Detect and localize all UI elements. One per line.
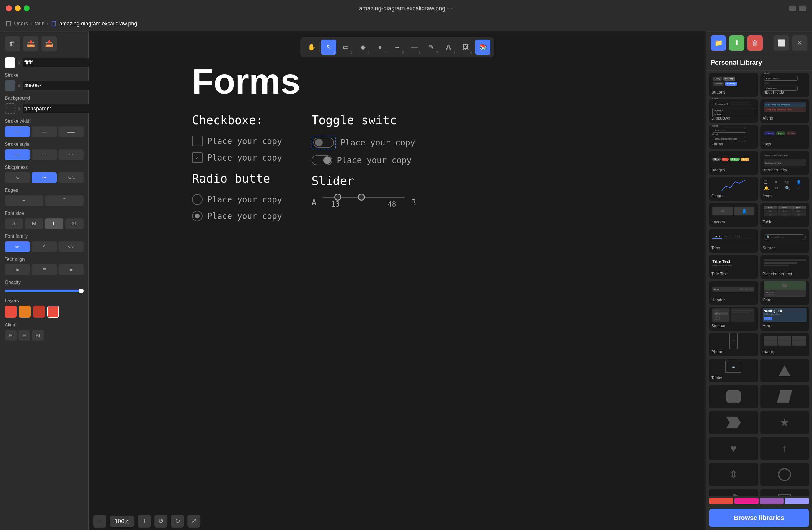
font-code[interactable]: </> [58, 241, 84, 252]
library-item-star[interactable]: ★ [760, 411, 809, 435]
color-swatch-pink[interactable] [734, 498, 758, 504]
toggle-switch-1[interactable] [313, 137, 334, 148]
window-layout-btn2[interactable] [799, 5, 806, 11]
sloppiness-straight[interactable]: ∿ [5, 172, 30, 183]
clear-canvas-button[interactable]: 🗑 [5, 36, 20, 51]
layer-btn-1[interactable] [5, 306, 16, 318]
tool-library[interactable]: 📚 0 [475, 40, 491, 55]
tool-line[interactable]: — 6 [407, 40, 422, 55]
library-close-button[interactable]: ✕ [792, 35, 807, 51]
checkbox-unchecked[interactable] [192, 136, 203, 146]
library-item-tags[interactable]: Label × Tag × Item × Tags [760, 125, 809, 149]
stroke-style-dotted[interactable]: ··· [58, 149, 84, 160]
library-item-double-arrow[interactable]: ⇕ [709, 463, 758, 486]
stroke-style-solid[interactable]: — [5, 149, 30, 160]
undo-button[interactable]: ↺ [155, 515, 168, 528]
tool-pencil[interactable]: ✎ 7 [424, 40, 439, 55]
stroke-style-dashed[interactable]: - - [32, 149, 57, 160]
bg-color-input[interactable] [23, 104, 94, 113]
align-left-btn[interactable]: ⊞ [5, 330, 16, 341]
edges-sharp[interactable]: ⌐ [5, 195, 43, 206]
library-item-badges[interactable]: New Hot Active Beta Badges [709, 151, 758, 175]
color-swatch-red[interactable] [709, 498, 733, 504]
opacity-slider[interactable] [5, 288, 84, 292]
library-delete-button[interactable]: 🗑 [747, 35, 763, 51]
library-item-pie[interactable] [709, 489, 758, 496]
window-layout-btn1[interactable] [789, 5, 796, 11]
color-swatch-lavender[interactable] [785, 498, 809, 504]
library-item-breadcrumbs[interactable]: Home › Products › Item Breadcrumb Field … [760, 151, 809, 175]
tool-arrow[interactable]: → 5 [390, 40, 405, 55]
breadcrumb-fatih[interactable]: fatih [34, 21, 45, 27]
library-item-alerts[interactable]: ℹ Info message text here ⚠ Warning messa… [760, 99, 809, 123]
library-item-table[interactable]: Head Head Head Cell Cell Cell Cell Cell … [760, 203, 809, 227]
library-item-phone[interactable]: 📱 Phone [709, 333, 758, 356]
slider-handle-1[interactable] [334, 194, 341, 201]
library-item-rounded-rect[interactable] [709, 385, 758, 409]
minimize-button[interactable] [15, 5, 21, 11]
library-item-hero[interactable]: Heading Text Subtitle goes here CTA Hero [760, 307, 809, 330]
library-item-chevron[interactable] [709, 411, 758, 435]
color-swatch-purple[interactable] [760, 498, 784, 504]
library-item-images[interactable]: 🏔 👤 Images [709, 203, 758, 227]
font-size-s[interactable]: S [5, 218, 23, 229]
toggle-switch-2[interactable] [311, 155, 332, 165]
font-size-m[interactable]: M [25, 218, 43, 229]
radio-checked[interactable] [192, 211, 203, 221]
library-download-button[interactable]: ⬇ [729, 35, 744, 51]
tool-hand[interactable]: ✋ [304, 40, 319, 55]
library-item-heart[interactable]: ♥ [709, 437, 758, 460]
tool-select[interactable]: ↖ 1 [321, 40, 336, 55]
library-item-buttons[interactable]: Copy Primary Default Primary Buttons [709, 73, 758, 97]
tool-ellipse[interactable]: ● 4 [372, 40, 388, 55]
stroke-width-thick[interactable]: — [58, 126, 84, 137]
fill-color-input[interactable] [23, 58, 94, 67]
canvas-area[interactable]: ✋ ↖ 1 ▭ 2 ◆ 3 ● 4 → 5 — [89, 31, 706, 530]
library-collapse-button[interactable]: ⬜ [773, 35, 789, 51]
radio-unchecked[interactable] [192, 194, 203, 205]
library-item-sidebar[interactable]: Menu Item 1 Item 2 Item 3 Sidebar [709, 307, 758, 330]
font-size-l[interactable]: L [45, 218, 63, 229]
close-button[interactable] [6, 5, 12, 11]
sloppiness-wavy[interactable]: 〜 [32, 172, 57, 183]
breadcrumb-users[interactable]: Users [14, 21, 28, 27]
library-item-up-arrow[interactable]: ↑ [760, 437, 809, 460]
library-item-dropdown[interactable]: Label Dropdown ▼ Option A Option B Dropd… [709, 99, 758, 123]
layer-btn-4[interactable] [47, 306, 59, 318]
text-align-center[interactable]: ☰ [32, 264, 57, 275]
tool-text[interactable]: A 8 [441, 40, 456, 55]
text-align-right[interactable]: ≡ [58, 264, 84, 275]
export-button[interactable]: 📤 [23, 36, 39, 51]
font-size-xl[interactable]: XL [65, 218, 84, 229]
library-item-search[interactable]: 🔍 Search here... Search [760, 229, 809, 253]
stroke-color-swatch[interactable] [5, 80, 15, 91]
library-item-icons[interactable]: ☰ ✕ ⚙ 👤 🔔 ✉ 🔍 ♡ Icons [760, 177, 809, 201]
layer-btn-3[interactable] [33, 306, 45, 318]
breadcrumb-file[interactable]: amazing-diagram.excalidraw.png [59, 21, 137, 27]
stroke-width-medium[interactable]: — [32, 126, 57, 137]
redo-button[interactable]: ↻ [171, 515, 184, 528]
library-item-matrix[interactable]: matrix [760, 333, 809, 356]
fill-color-swatch[interactable] [5, 57, 15, 68]
library-item-tabs[interactable]: Tab 1 Tab 2 Tab 3 Tabs [709, 229, 758, 253]
stroke-color-input[interactable] [23, 82, 94, 90]
maximize-button[interactable] [24, 5, 30, 11]
zoom-display[interactable]: 100% [110, 516, 134, 527]
tool-rect[interactable]: ▭ 2 [338, 40, 353, 55]
slider-handle-2[interactable] [358, 194, 365, 201]
text-align-left[interactable]: ≡ [5, 264, 30, 275]
tool-image[interactable]: 🖼 9 [458, 40, 473, 55]
library-item-placeholder-text[interactable]: Placeholder text [760, 255, 809, 279]
tool-diamond[interactable]: ◆ 3 [355, 40, 371, 55]
library-item-parallelogram[interactable] [760, 385, 809, 409]
library-item-header[interactable]: Logo Nav Nav Nav Header [709, 281, 758, 305]
align-center-btn[interactable]: ⊟ [18, 330, 30, 341]
library-item-circle-outline[interactable] [760, 463, 809, 486]
library-item-card[interactable]: 🏔 Card title Subtitle text Card [760, 281, 809, 305]
checkbox-checked[interactable] [192, 152, 203, 163]
bg-color-swatch[interactable] [5, 103, 15, 114]
zoom-out-button[interactable]: − [93, 515, 106, 528]
library-item-rect-outline[interactable] [760, 489, 809, 496]
library-item-forms[interactable]: Name John Doe Email email@example.com Fo… [709, 125, 758, 149]
library-item-title-text[interactable]: Title Text Sub text goes here Title Text [709, 255, 758, 279]
